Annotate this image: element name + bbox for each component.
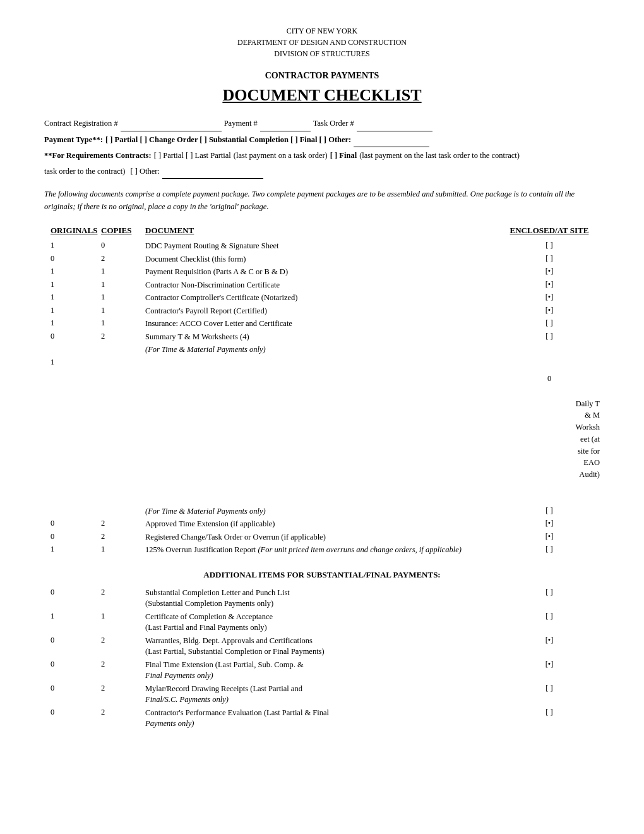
row-orig: 0 [44,519,95,528]
row-cop: 2 [95,708,145,717]
row-enc: [ ] [499,588,600,597]
row-enc: [•] [499,532,600,541]
row-orig: 0 [44,254,95,263]
row-enc: [•] [499,660,600,669]
row-doc: Warranties, Bldg. Dept. Approvals and Ce… [145,636,499,658]
table-row: 11Contractor Comptroller's Certificate (… [44,293,600,304]
main-title: DOCUMENT CHECKLIST [44,86,600,105]
row-orig: 1 [44,267,95,276]
row-cop: 1 [95,306,145,315]
task-order-note: task order to the contract) [44,164,125,179]
row-enc: [ ] [499,241,600,250]
header-line2: DEPARTMENT OF DESIGN AND CONSTRUCTION [44,37,600,48]
table-row: 02Substantial Completion Letter and Punc… [44,588,600,610]
requirements-text: [ ] Partial [ ] Last Partial [154,148,231,163]
row-orig: 0 [44,588,95,597]
row-orig: 1 [44,280,95,289]
page-header: CITY OF NEW YORK DEPARTMENT OF DESIGN AN… [44,25,600,59]
row-doc: Contractor Comptroller's Certificate (No… [145,293,499,304]
row-orig: 1 [44,306,95,315]
row-orig: 1 [44,318,95,328]
rows2-container: (For Time & Material Payments only)[ ]02… [44,506,600,556]
row-cop: 1 [95,280,145,289]
row-enc: [•] [499,280,600,289]
col-header-copies: COPIES [95,226,145,236]
row-doc: (For Time & Material Payments only) [145,506,499,517]
row-doc: Insurance: ACCO Cover Letter and Certifi… [145,318,499,330]
document-rows: 10DDC Payment Routing & Signature Sheet[… [44,241,600,356]
table-row: 11Payment Requisition (Parts A & C or B … [44,267,600,278]
table-row: 02Document Checklist (this form)[ ] [44,254,600,265]
row-orig: 1 [44,241,95,250]
daily-note: Daily T& MWorksheet (atsite forEAOAudit) [44,398,600,481]
row-orig: 1 [44,612,95,621]
row-enc: [ ] [499,506,600,516]
row-cop: 2 [95,636,145,645]
task-order-label: Task Order # [313,116,354,131]
row-doc: Document Checklist (this form) [145,254,499,265]
row-enc: [ ] [499,332,600,341]
row-doc: DDC Payment Routing & Signature Sheet [145,241,499,252]
row-doc: Contractor's Payroll Report (Certified) [145,306,499,317]
form-fields: Contract Registration # Payment # Task O… [44,116,600,179]
table-row: 11Contractor Non-Discrimination Certific… [44,280,600,291]
final-note: (last payment on the last task order to … [359,148,520,163]
table-row: 11Certificate of Completion & Acceptance… [44,612,600,634]
table-row: 02Mylar/Record Drawing Receipts (Last Pa… [44,684,600,706]
row-doc: Certificate of Completion & Acceptance(L… [145,612,499,634]
requirements-note: (last payment on a task order) [234,148,328,163]
table-row: 11Contractor's Payroll Report (Certified… [44,306,600,317]
table-row: 02Registered Change/Task Order or Overru… [44,532,600,543]
zero-enc: 0 [499,374,600,384]
row-cop: 0 [95,241,145,250]
additional-title: ADDITIONAL ITEMS FOR SUBSTANTIAL/FINAL P… [44,570,600,580]
row-orig: 1 [44,545,95,554]
row-cop: 2 [95,254,145,263]
col-header-document: DOCUMENT [145,226,499,236]
payment-label: Payment # [224,116,258,131]
row-doc: Payment Requisition (Parts A & C or B & … [145,267,499,278]
row-enc: [•] [499,306,600,315]
row-doc: Contractor's Performance Evaluation (Las… [145,708,499,730]
row-cop: 2 [95,660,145,669]
row-cop: 1 [95,612,145,621]
requirements-label: **For Requirements Contracts: [44,148,152,163]
contract-reg-label: Contract Registration # [44,116,118,131]
row-doc: (For Time & Material Payments only) [145,344,499,356]
row-cop: 2 [95,532,145,541]
row-doc: 125% Overrun Justification Report (For u… [145,545,499,556]
table-row: 11125% Overrun Justification Report (For… [44,545,600,556]
other-label: [ ] Other: [130,164,160,179]
row-orig: 0 [44,332,95,341]
table-row: 02Summary T & M Worksheets (4)[ ] [44,332,600,343]
row-doc: Substantial Completion Letter and Punch … [145,588,499,610]
row-orig: 0 [44,532,95,541]
payment-types: [ ] Partial [ ] Change Order [ ] Substan… [105,133,351,148]
row-enc: [•] [499,519,600,528]
extra-row-1: 1 [44,358,600,367]
row-enc: [ ] [499,684,600,693]
row-enc: [ ] [499,545,600,554]
table-row: (For Time & Material Payments only) [44,344,600,356]
row-cop: 1 [95,267,145,276]
table-row: 02Contractor's Performance Evaluation (L… [44,708,600,730]
row-cop: 2 [95,684,145,693]
col-header-enclosed: ENCLOSED/AT SITE [499,226,600,236]
row-cop: 2 [95,332,145,341]
header-line3: DIVISION OF STRUCTURES [44,48,600,59]
row-cop: 1 [95,545,145,554]
row-doc: Mylar/Record Drawing Receipts (Last Part… [145,684,499,706]
section-title: CONTRACTOR PAYMENTS [44,71,600,81]
row-enc: [ ] [499,254,600,263]
col-header-originals: ORIGINALS [44,226,95,236]
table-row: 02Final Time Extension (Last Partial, Su… [44,660,600,682]
row-enc: [•] [499,267,600,276]
row-doc: Registered Change/Task Order or Overrun … [145,532,499,543]
row-doc: Summary T & M Worksheets (4) [145,332,499,343]
table-header: ORIGINALS COPIES DOCUMENT ENCLOSED/AT SI… [44,226,600,236]
row-doc: Final Time Extension (Last Partial, Sub.… [145,660,499,682]
row-orig: 0 [44,636,95,645]
row-orig: 0 [44,708,95,717]
extra-orig-1: 1 [44,358,95,367]
row-enc: [•] [499,636,600,645]
